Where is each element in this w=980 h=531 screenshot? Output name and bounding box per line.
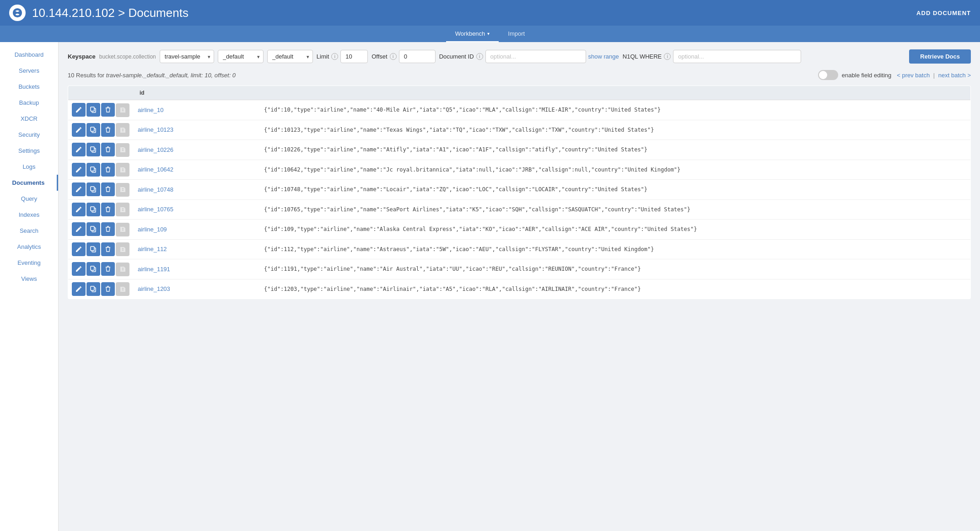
copy-button[interactable]	[86, 242, 100, 256]
prev-batch-link[interactable]: < prev batch	[897, 72, 930, 79]
row-data: {"id":10,"type":"airline","name":"40-Mil…	[260, 100, 971, 120]
next-batch-link[interactable]: next batch >	[938, 72, 971, 79]
delete-button[interactable]	[101, 242, 115, 256]
delete-button[interactable]	[101, 203, 115, 216]
sidebar-item-logs[interactable]: Logs	[0, 159, 58, 175]
edit-button[interactable]	[72, 143, 86, 156]
limit-info-icon[interactable]: i	[331, 53, 338, 60]
save-button[interactable]	[116, 263, 129, 276]
doc-id-info-icon[interactable]: i	[476, 53, 483, 60]
row-id[interactable]: airline_1203	[134, 279, 260, 299]
delete-button[interactable]	[101, 103, 115, 117]
tab-import[interactable]: Import	[499, 26, 534, 42]
row-actions	[68, 160, 135, 180]
table-row: airline_112{"id":112,"type":"airline","n…	[68, 239, 971, 259]
edit-button[interactable]	[72, 182, 86, 196]
edit-button[interactable]	[72, 242, 86, 256]
delete-button[interactable]	[101, 222, 115, 236]
row-id[interactable]: airline_1191	[134, 259, 260, 279]
collection-select[interactable]: _default airline airport	[267, 50, 313, 63]
delete-button[interactable]	[101, 123, 115, 137]
enable-editing-toggle[interactable]	[818, 70, 838, 80]
add-document-button[interactable]: ADD DOCUMENT	[916, 10, 971, 16]
nav-tabs: Workbench ▾ Import	[0, 26, 980, 42]
copy-button[interactable]	[86, 123, 100, 137]
page-layout: Dashboard Servers Buckets Backup XDCR Se…	[0, 42, 980, 531]
row-id[interactable]: airline_10748	[134, 180, 260, 200]
edit-button[interactable]	[72, 103, 86, 117]
bucket-select[interactable]: travel-sample beer-sample default	[160, 50, 214, 63]
scope-select[interactable]: _default inventory	[218, 50, 264, 63]
delete-button[interactable]	[101, 143, 115, 156]
row-id[interactable]: airline_10765	[134, 199, 260, 220]
edit-button[interactable]	[72, 123, 86, 137]
edit-button[interactable]	[72, 262, 86, 276]
edit-button[interactable]	[72, 203, 86, 216]
delete-button[interactable]	[101, 282, 115, 296]
tab-workbench[interactable]: Workbench ▾	[446, 26, 499, 42]
sidebar-item-buckets[interactable]: Buckets	[0, 79, 58, 95]
svg-rect-16	[91, 247, 94, 251]
show-range-link[interactable]: show range	[588, 53, 619, 60]
sidebar-item-search[interactable]: Search	[0, 223, 58, 239]
copy-button[interactable]	[86, 222, 100, 236]
keyspace-hint: bucket.scope.collection	[99, 54, 156, 60]
row-data: {"id":1203,"type":"airline","name":"Airl…	[260, 279, 971, 299]
copy-button[interactable]	[86, 163, 100, 177]
row-id[interactable]: airline_10123	[134, 120, 260, 140]
copy-button[interactable]	[86, 103, 100, 117]
n1ql-info-icon[interactable]: i	[664, 53, 671, 60]
batch-navigation: < prev batch | next batch >	[897, 72, 971, 79]
edit-button[interactable]	[72, 163, 86, 177]
copy-button[interactable]	[86, 282, 100, 296]
sidebar-item-views[interactable]: Views	[0, 271, 58, 287]
delete-button[interactable]	[101, 182, 115, 196]
save-button[interactable]	[116, 203, 129, 216]
sidebar-item-settings[interactable]: Settings	[0, 143, 58, 159]
sidebar-item-backup[interactable]: Backup	[0, 95, 58, 111]
doc-id-group: Document ID i show range	[439, 50, 619, 63]
edit-button[interactable]	[72, 222, 86, 236]
row-id[interactable]: airline_10642	[134, 160, 260, 180]
copy-button[interactable]	[86, 203, 100, 216]
edit-button[interactable]	[72, 282, 86, 296]
sidebar-item-xdcr[interactable]: XDCR	[0, 111, 58, 127]
save-button[interactable]	[116, 143, 129, 157]
sidebar-item-eventing[interactable]: Eventing	[0, 255, 58, 271]
delete-button[interactable]	[101, 163, 115, 177]
limit-input[interactable]	[340, 50, 368, 63]
results-bar: 10 Results for travel-sample._default._d…	[68, 70, 971, 80]
sidebar-item-security[interactable]: Security	[0, 127, 58, 143]
save-button[interactable]	[116, 103, 129, 117]
sidebar-item-documents[interactable]: Documents	[0, 175, 58, 191]
row-id[interactable]: airline_112	[134, 239, 260, 259]
copy-button[interactable]	[86, 182, 100, 196]
row-id[interactable]: airline_10226	[134, 140, 260, 160]
offset-input[interactable]	[399, 50, 436, 63]
table-row: airline_10748{"id":10748,"type":"airline…	[68, 180, 971, 200]
save-button[interactable]	[116, 223, 129, 236]
doc-id-input[interactable]	[485, 50, 586, 63]
save-button[interactable]	[116, 183, 129, 197]
col-id: id	[134, 86, 260, 100]
copy-button[interactable]	[86, 262, 100, 276]
sidebar-item-indexes[interactable]: Indexes	[0, 207, 58, 223]
table-row: airline_1203{"id":1203,"type":"airline",…	[68, 279, 971, 299]
offset-info-icon[interactable]: i	[390, 53, 397, 60]
sidebar-item-query[interactable]: Query	[0, 191, 58, 207]
delete-button[interactable]	[101, 262, 115, 276]
save-button[interactable]	[116, 123, 129, 137]
retrieve-docs-button[interactable]: Retrieve Docs	[909, 49, 971, 64]
save-button[interactable]	[116, 242, 129, 256]
sidebar-item-servers[interactable]: Servers	[0, 63, 58, 79]
row-data: {"id":1191,"type":"airline","name":"Air …	[260, 259, 971, 279]
sidebar-item-analytics[interactable]: Analytics	[0, 239, 58, 255]
n1ql-input[interactable]	[673, 50, 801, 63]
sidebar-item-dashboard[interactable]: Dashboard	[0, 47, 58, 63]
save-button[interactable]	[116, 282, 129, 296]
row-id[interactable]: airline_10	[134, 100, 260, 120]
copy-button[interactable]	[86, 143, 100, 156]
save-button[interactable]	[116, 163, 129, 177]
row-id[interactable]: airline_109	[134, 220, 260, 240]
svg-rect-10	[91, 187, 94, 191]
